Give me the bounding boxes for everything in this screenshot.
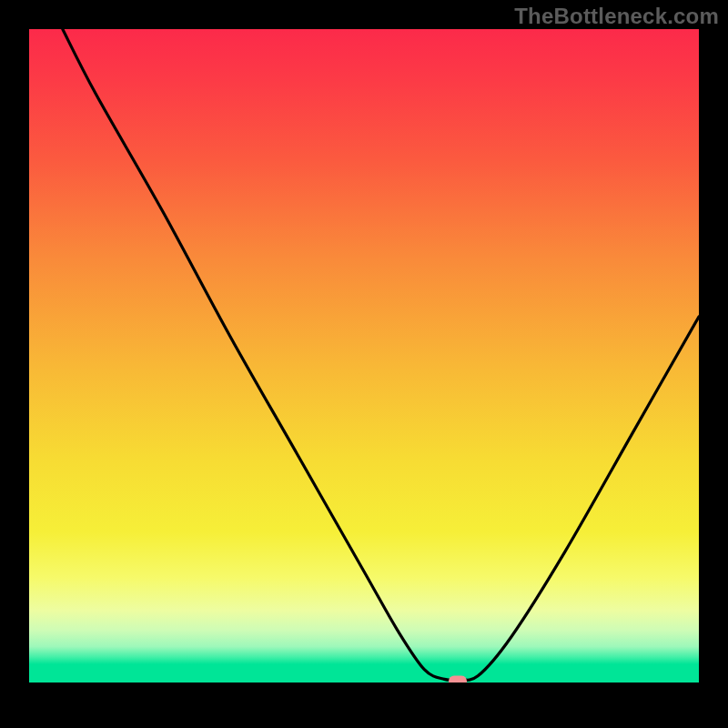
chart-frame: TheBottleneck.com bbox=[0, 0, 728, 728]
plot-area bbox=[29, 29, 699, 682]
bottleneck-curve bbox=[29, 29, 699, 682]
watermark-text: TheBottleneck.com bbox=[514, 4, 719, 29]
optimal-point-marker bbox=[449, 675, 467, 682]
